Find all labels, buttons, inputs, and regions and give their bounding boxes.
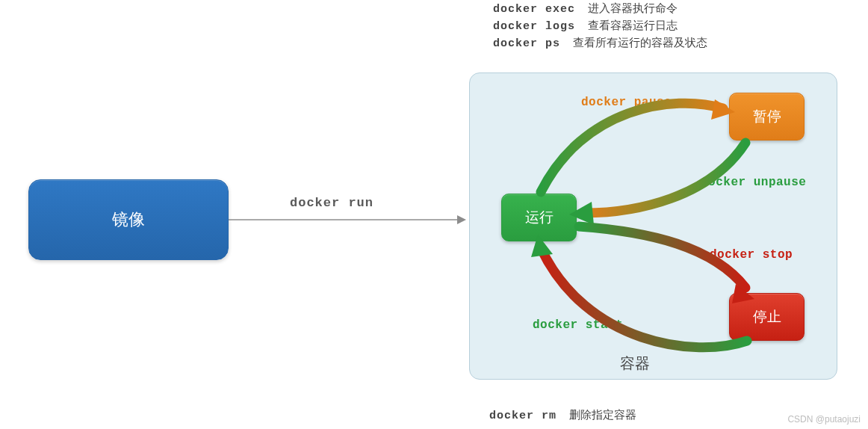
node-running: 运行 [501,194,577,241]
node-running-label: 运行 [525,208,554,227]
cmd-exec-desc: 进入容器执行命令 [588,1,678,14]
watermark: CSDN @putaojuzi [787,414,861,425]
node-stopped: 停止 [729,293,805,341]
edge-pause-label: docker pause [581,96,672,109]
cmd-logs-desc: 查看容器运行日志 [588,19,678,31]
node-stopped-label: 停止 [753,307,781,327]
container-panel-title: 容器 [620,354,650,374]
cmd-rm: docker rm 删除指定容器 [489,408,636,422]
cmd-ps: docker ps 查看所有运行的容器及状态 [493,36,707,50]
cmd-logs: docker logs 查看容器运行日志 [493,19,707,33]
cmd-ps-desc: 查看所有运行的容器及状态 [573,36,707,49]
cmd-exec-name: docker exec [493,3,575,16]
cmd-exec: docker exec 进入容器执行命令 [493,1,707,16]
edge-unpause-label: docker unpause [701,176,806,189]
node-paused-label: 暂停 [753,107,781,126]
node-paused: 暂停 [729,93,805,141]
edge-run-label: docker run [290,196,373,210]
edge-stop-label: docker stop [710,248,793,262]
edge-start-label: docker start [533,318,623,332]
cmd-ps-name: docker ps [493,37,560,50]
cmd-logs-name: docker logs [493,20,575,33]
command-list: docker exec 进入容器执行命令 docker logs 查看容器运行日… [493,1,707,53]
node-image: 镜像 [28,179,229,260]
cmd-rm-desc: 删除指定容器 [569,408,636,421]
cmd-rm-name: docker rm [489,410,557,422]
node-image-label: 镜像 [112,209,145,231]
